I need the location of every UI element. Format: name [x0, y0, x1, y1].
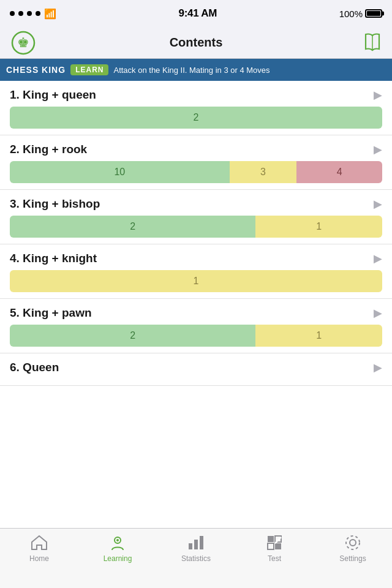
- nav-header: ♚ Contents: [0, 27, 392, 59]
- bar-segment-pink: 4: [296, 161, 382, 183]
- bar-segment-green: 2: [10, 216, 255, 238]
- chevron-right-icon: ▶: [374, 252, 382, 265]
- svg-point-14: [346, 536, 360, 549]
- page-title: Contents: [170, 36, 223, 50]
- progress-bar: 21: [10, 216, 382, 238]
- bar-segment-yellow: 1: [10, 270, 382, 292]
- chevron-right-icon: ▶: [374, 306, 382, 320]
- list-item[interactable]: 4. King + knight▶1: [0, 244, 392, 299]
- tab-test-label: Test: [268, 554, 281, 563]
- battery-fill: [367, 11, 380, 16]
- progress-bar: 2: [10, 107, 382, 129]
- list-item-title: 6. Queen: [10, 361, 59, 374]
- tab-home-label: Home: [29, 554, 49, 563]
- battery-percent: 100%: [339, 9, 363, 19]
- svg-text:♚: ♚: [17, 35, 29, 50]
- bar-segment-green: 2: [10, 107, 382, 129]
- bar-segment-yellow: 1: [255, 216, 382, 238]
- home-icon: [29, 533, 49, 552]
- bar-segment-yellow: 1: [255, 325, 382, 347]
- list-item[interactable]: 1. King + queen▶2: [0, 81, 392, 135]
- tab-settings-label: Settings: [339, 554, 366, 563]
- bar-segment-yellow: 3: [230, 161, 296, 183]
- bar-segment-green: 2: [10, 325, 255, 347]
- svg-rect-10: [268, 543, 274, 549]
- app-logo: ♚: [7, 31, 39, 55]
- list-item-header: 6. Queen▶: [10, 361, 382, 374]
- svg-rect-8: [268, 536, 274, 542]
- status-time: 9:41 AM: [179, 7, 217, 20]
- learn-badge: LEARN: [70, 64, 108, 75]
- signal-dot-2: [18, 11, 23, 16]
- list-item[interactable]: 6. Queen▶: [0, 353, 392, 386]
- progress-bar: 1034: [10, 161, 382, 183]
- list-item[interactable]: 5. King + pawn▶21: [0, 299, 392, 353]
- settings-icon: [343, 533, 363, 552]
- tab-learning[interactable]: Learning: [78, 533, 157, 563]
- tab-statistics[interactable]: Statistics: [157, 533, 235, 563]
- chevron-right-icon: ▶: [374, 143, 382, 156]
- progress-bar: 1: [10, 270, 382, 292]
- status-bar: 📶 9:41 AM 100%: [0, 0, 392, 27]
- progress-bar: 21: [10, 325, 382, 347]
- list-item-title: 5. King + pawn: [10, 306, 92, 320]
- list-item-header: 3. King + bishop▶: [10, 197, 382, 211]
- list-item-header: 1. King + queen▶: [10, 88, 382, 102]
- promo-banner: CHESS KING LEARN Attack on the King II. …: [0, 59, 392, 81]
- list-item-title: 3. King + bishop: [10, 197, 100, 211]
- chevron-right-icon: ▶: [374, 88, 382, 102]
- wifi-icon: 📶: [44, 8, 56, 20]
- chevron-right-icon: ▶: [374, 361, 382, 374]
- list-item-header: 4. King + knight▶: [10, 252, 382, 265]
- tab-settings[interactable]: Settings: [314, 533, 392, 563]
- svg-point-13: [350, 540, 356, 546]
- list-item[interactable]: 2. King + rook▶1034: [0, 135, 392, 190]
- signal-dot-1: [10, 11, 15, 16]
- list-item-title: 4. King + knight: [10, 252, 97, 265]
- statistics-icon: [186, 533, 206, 552]
- svg-rect-5: [189, 543, 192, 549]
- content-list: 1. King + queen▶22. King + rook▶10343. K…: [0, 81, 392, 528]
- tab-test[interactable]: Test: [235, 533, 314, 563]
- tab-statistics-label: Statistics: [181, 554, 211, 563]
- signal-area: 📶: [10, 8, 56, 20]
- test-icon: [265, 533, 284, 552]
- list-item[interactable]: 3. King + bishop▶21: [0, 190, 392, 244]
- svg-rect-11: [275, 543, 281, 549]
- list-item-header: 5. King + pawn▶: [10, 306, 382, 320]
- chevron-right-icon: ▶: [374, 197, 382, 211]
- banner-subtitle: Attack on the King II. Mating in 3 or 4 …: [113, 66, 386, 75]
- battery-icon: [365, 9, 382, 18]
- list-item-title: 2. King + rook: [10, 143, 87, 156]
- svg-rect-6: [194, 540, 198, 549]
- list-item-header: 2. King + rook▶: [10, 143, 382, 156]
- tab-bar: Home Learning Statistics: [0, 528, 392, 588]
- tab-home[interactable]: Home: [0, 533, 78, 563]
- signal-dot-3: [27, 11, 32, 16]
- battery-area: 100%: [339, 9, 382, 19]
- book-icon[interactable]: [361, 31, 383, 55]
- signal-dot-4: [36, 11, 40, 16]
- svg-rect-7: [200, 536, 203, 549]
- svg-point-4: [116, 539, 119, 541]
- learning-icon: [108, 533, 127, 552]
- bar-segment-green: 10: [10, 161, 230, 183]
- list-item-title: 1. King + queen: [10, 88, 96, 102]
- tab-learning-label: Learning: [104, 554, 132, 563]
- chess-king-label: CHESS KING: [6, 65, 66, 75]
